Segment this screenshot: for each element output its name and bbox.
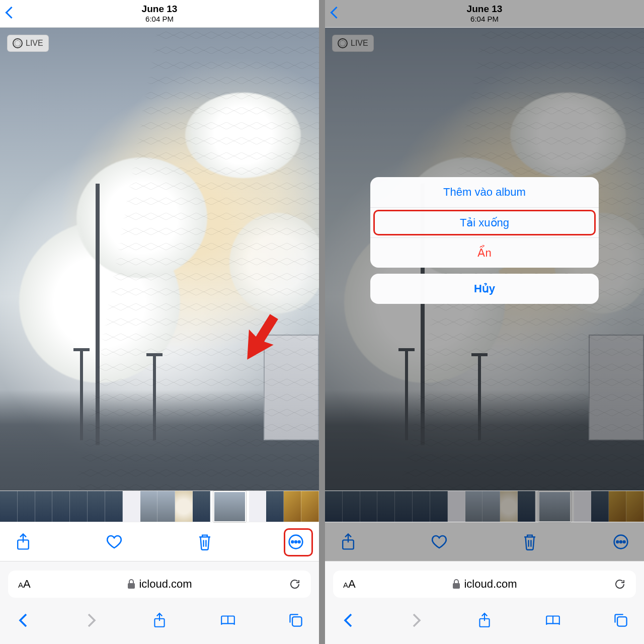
thumbnail[interactable] (193, 491, 210, 522)
safari-chrome: AA icloud.com (325, 561, 644, 644)
thumbnail-strip[interactable] (325, 491, 644, 522)
nav-tabs-button[interactable] (613, 612, 629, 628)
address-domain: icloud.com (139, 578, 192, 591)
svg-point-12 (620, 541, 622, 543)
svg-point-4 (295, 541, 297, 543)
photo-header: June 13 6:04 PM (325, 0, 644, 28)
share-button[interactable] (340, 534, 356, 550)
live-label: LIVE (351, 39, 368, 48)
photo-time: 6:04 PM (467, 15, 503, 23)
svg-rect-6 (128, 583, 135, 589)
svg-rect-8 (292, 617, 301, 626)
thumbnail-selected[interactable] (213, 491, 246, 522)
lock-icon (452, 579, 461, 589)
thumbnail[interactable] (157, 491, 175, 522)
thumbnail[interactable] (0, 491, 18, 522)
sheet-item-label: Hủy (474, 282, 495, 295)
sheet-download[interactable]: Tải xuống (370, 207, 599, 237)
more-button[interactable] (288, 534, 304, 550)
svg-rect-14 (453, 583, 460, 589)
nav-forward-button[interactable] (84, 612, 100, 628)
reload-button[interactable] (289, 578, 301, 590)
svg-point-13 (623, 541, 625, 543)
svg-rect-16 (617, 617, 626, 626)
thumbnail[interactable] (301, 491, 319, 522)
photo-header: June 13 6:04 PM (0, 0, 319, 28)
thumbnail[interactable] (105, 491, 123, 522)
screenshot-left: June 13 6:04 PM LIVE (0, 0, 319, 644)
sheet-hide[interactable]: Ẩn (370, 237, 599, 268)
svg-point-11 (616, 541, 618, 543)
sheet-item-label: Tải xuống (460, 216, 509, 229)
more-button[interactable] (613, 534, 629, 550)
favorite-button[interactable] (431, 534, 447, 550)
thumbnail[interactable] (284, 491, 301, 522)
action-sheet: Thêm vào album Tải xuống Ẩn Hủy (370, 177, 599, 310)
favorite-button[interactable] (106, 534, 122, 550)
nav-back-button[interactable] (340, 612, 356, 628)
live-icon (338, 38, 348, 48)
nav-bookmarks-button[interactable] (545, 612, 561, 628)
nav-tabs-button[interactable] (288, 612, 304, 628)
thumbnail[interactable] (140, 491, 158, 522)
back-button[interactable] (332, 8, 341, 19)
live-icon (13, 38, 23, 48)
text-size-button[interactable]: AA (18, 578, 31, 591)
svg-point-3 (291, 541, 293, 543)
lock-icon (127, 579, 136, 589)
back-button[interactable] (7, 8, 16, 19)
text-size-button[interactable]: AA (343, 578, 356, 591)
photo-toolbar (325, 522, 644, 561)
sheet-cancel[interactable]: Hủy (370, 274, 599, 304)
chevron-left-icon (332, 10, 341, 18)
nav-bookmarks-button[interactable] (220, 612, 236, 628)
delete-button[interactable] (197, 534, 213, 550)
thumbnail[interactable] (88, 491, 105, 522)
address-domain: icloud.com (464, 578, 517, 591)
live-photo-badge[interactable]: LIVE (7, 35, 49, 52)
screenshot-right: June 13 6:04 PM LIVE (325, 0, 644, 644)
nav-share-button[interactable] (151, 612, 168, 628)
chevron-left-icon (7, 10, 16, 18)
thumbnail[interactable] (123, 491, 140, 522)
photo-date: June 13 (467, 4, 503, 15)
sheet-add-to-album[interactable]: Thêm vào album (370, 177, 599, 207)
address-bar[interactable]: AA icloud.com (8, 571, 311, 598)
address-bar[interactable]: AA icloud.com (333, 571, 636, 598)
photo-viewer[interactable]: LIVE (0, 28, 319, 491)
thumbnail[interactable] (249, 491, 267, 522)
nav-back-button[interactable] (15, 612, 31, 628)
delete-button[interactable] (522, 534, 538, 550)
sheet-item-label: Ẩn (477, 247, 491, 260)
sheet-item-label: Thêm vào album (443, 186, 526, 199)
thumbnail[interactable] (35, 491, 53, 522)
safari-chrome: AA icloud.com (0, 561, 319, 644)
live-photo-badge[interactable]: LIVE (332, 35, 374, 52)
thumbnail[interactable] (52, 491, 70, 522)
thumbnail[interactable] (175, 491, 193, 522)
live-label: LIVE (26, 39, 43, 48)
thumbnail[interactable] (70, 491, 88, 522)
photo-date: June 13 (142, 4, 178, 15)
share-button[interactable] (15, 534, 31, 550)
thumbnail-strip[interactable] (0, 491, 319, 522)
nav-forward-button[interactable] (409, 612, 425, 628)
reload-button[interactable] (614, 578, 626, 590)
photo-time: 6:04 PM (142, 15, 178, 23)
photo-toolbar (0, 522, 319, 561)
thumbnail[interactable] (18, 491, 35, 522)
nav-share-button[interactable] (476, 612, 493, 628)
thumbnail[interactable] (266, 491, 284, 522)
svg-point-5 (298, 541, 300, 543)
